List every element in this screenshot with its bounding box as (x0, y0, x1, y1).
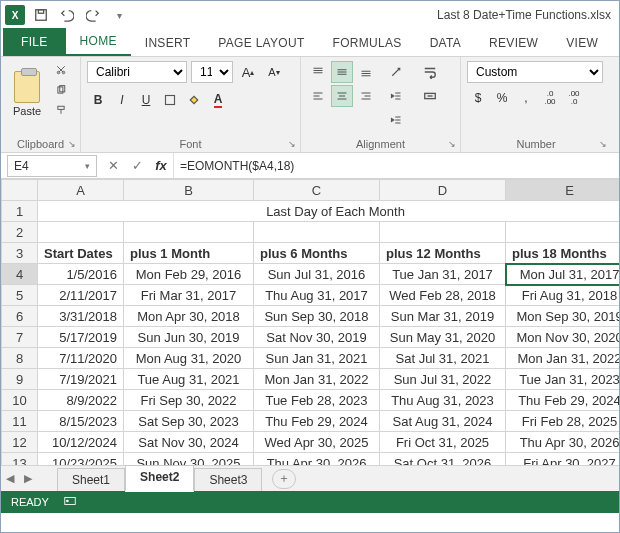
cell[interactable]: Thu Feb 29, 2024 (254, 411, 380, 432)
increase-indent-icon[interactable] (385, 109, 407, 131)
cell[interactable]: Thu Aug 31, 2017 (254, 285, 380, 306)
cell[interactable]: 7/11/2020 (38, 348, 124, 369)
percent-format-icon[interactable]: % (491, 87, 513, 109)
save-icon[interactable] (31, 5, 51, 25)
font-dialog-launcher-icon[interactable]: ↘ (288, 139, 296, 149)
align-center-icon[interactable] (331, 85, 353, 107)
redo-icon[interactable] (83, 5, 103, 25)
tab-data[interactable]: DATA (416, 30, 475, 56)
cell[interactable] (254, 222, 380, 243)
cell[interactable]: Mon Jan 31, 2022 (254, 369, 380, 390)
formula-input[interactable]: =EOMONTH($A4,18) (173, 153, 619, 178)
row-header[interactable]: 5 (2, 285, 38, 306)
cell[interactable]: 7/19/2021 (38, 369, 124, 390)
insert-function-icon[interactable]: fx (149, 158, 173, 173)
col-header-e[interactable]: E (506, 180, 620, 201)
grow-font-icon[interactable]: A▴ (237, 61, 259, 83)
comma-format-icon[interactable]: , (515, 87, 537, 109)
tab-view[interactable]: VIEW (552, 30, 612, 56)
cell[interactable]: Fri Feb 28, 2025 (506, 411, 620, 432)
cell[interactable]: Tue Aug 31, 2021 (124, 369, 254, 390)
cell[interactable]: Sun Jan 31, 2021 (254, 348, 380, 369)
row-header[interactable]: 10 (2, 390, 38, 411)
cell[interactable]: Mon Sep 30, 2019 (506, 306, 620, 327)
align-top-icon[interactable] (307, 61, 329, 83)
col-header-a[interactable]: A (38, 180, 124, 201)
cell[interactable] (38, 222, 124, 243)
number-dialog-launcher-icon[interactable]: ↘ (599, 139, 607, 149)
cell[interactable]: 8/15/2023 (38, 411, 124, 432)
cell[interactable]: 10/23/2025 (38, 453, 124, 466)
cell[interactable] (506, 222, 620, 243)
fill-color-icon[interactable] (183, 89, 205, 111)
cell[interactable] (380, 222, 506, 243)
tab-insert[interactable]: INSERT (131, 30, 205, 56)
cell[interactable]: Thu Feb 29, 2024 (506, 390, 620, 411)
cell[interactable]: Sun Sep 30, 2018 (254, 306, 380, 327)
decrease-indent-icon[interactable] (385, 85, 407, 107)
row-header[interactable]: 9 (2, 369, 38, 390)
row-header[interactable]: 8 (2, 348, 38, 369)
cell[interactable]: Fri Apr 30, 2027 (506, 453, 620, 466)
cell[interactable]: 5/17/2019 (38, 327, 124, 348)
shrink-font-icon[interactable]: A▾ (263, 61, 285, 83)
cell[interactable]: Mon Aug 31, 2020 (124, 348, 254, 369)
name-box[interactable]: E4 ▾ (7, 155, 97, 177)
accounting-format-icon[interactable]: $ (467, 87, 489, 109)
cell[interactable]: 10/12/2024 (38, 432, 124, 453)
border-icon[interactable] (159, 89, 181, 111)
font-color-icon[interactable]: A (207, 89, 229, 111)
increase-decimal-icon[interactable]: .0.00 (539, 87, 561, 109)
cell[interactable]: Sun Nov 30, 2025 (124, 453, 254, 466)
format-painter-icon[interactable] (51, 101, 71, 119)
tab-file[interactable]: FILE (3, 28, 66, 56)
cell[interactable]: Sat Sep 30, 2023 (124, 411, 254, 432)
row-header[interactable]: 6 (2, 306, 38, 327)
cell[interactable]: Fri Sep 30, 2022 (124, 390, 254, 411)
row-header[interactable]: 3 (2, 243, 38, 264)
cell[interactable]: Mon Nov 30, 2020 (506, 327, 620, 348)
wrap-text-icon[interactable] (417, 61, 443, 83)
cell[interactable]: 1/5/2016 (38, 264, 124, 285)
font-name-select[interactable]: Calibri (87, 61, 187, 83)
cell[interactable]: Sat Nov 30, 2024 (124, 432, 254, 453)
alignment-dialog-launcher-icon[interactable]: ↘ (448, 139, 456, 149)
cell[interactable]: Sat Jul 31, 2021 (380, 348, 506, 369)
cell[interactable]: Tue Jan 31, 2017 (380, 264, 506, 285)
merge-center-icon[interactable] (417, 85, 443, 107)
tab-formulas[interactable]: FORMULAS (319, 30, 416, 56)
row-header[interactable]: 1 (2, 201, 38, 222)
col-header-c[interactable]: C (254, 180, 380, 201)
row-header[interactable]: 7 (2, 327, 38, 348)
cell[interactable]: 8/9/2022 (38, 390, 124, 411)
cell[interactable]: Sun May 31, 2020 (380, 327, 506, 348)
paste-button[interactable]: Paste (7, 61, 47, 127)
font-size-select[interactable]: 11 (191, 61, 233, 83)
align-right-icon[interactable] (355, 85, 377, 107)
row-header[interactable]: 4 (2, 264, 38, 285)
cell[interactable]: Fri Mar 31, 2017 (124, 285, 254, 306)
header-cell[interactable]: plus 6 Months (254, 243, 380, 264)
cell[interactable]: Mon Feb 29, 2016 (124, 264, 254, 285)
cell[interactable]: Sun Jul 31, 2022 (380, 369, 506, 390)
select-all-corner[interactable] (2, 180, 38, 201)
align-middle-icon[interactable] (331, 61, 353, 83)
sheet-tab-sheet1[interactable]: Sheet1 (57, 468, 125, 491)
cell[interactable]: Thu Apr 30, 2026 (506, 432, 620, 453)
row-header[interactable]: 13 (2, 453, 38, 466)
align-bottom-icon[interactable] (355, 61, 377, 83)
cell[interactable]: Sat Nov 30, 2019 (254, 327, 380, 348)
cell[interactable]: Tue Jan 31, 2023 (506, 369, 620, 390)
cell[interactable]: Wed Apr 30, 2025 (254, 432, 380, 453)
tab-page-layout[interactable]: PAGE LAYOUT (204, 30, 318, 56)
cell[interactable]: Sat Aug 31, 2024 (380, 411, 506, 432)
number-format-select[interactable]: Custom (467, 61, 603, 83)
italic-button[interactable]: I (111, 89, 133, 111)
cell[interactable]: Sat Oct 31, 2026 (380, 453, 506, 466)
sheet-nav-next-icon[interactable]: ▶ (19, 472, 37, 485)
header-cell[interactable]: Start Dates (38, 243, 124, 264)
align-left-icon[interactable] (307, 85, 329, 107)
cell[interactable]: Wed Feb 28, 2018 (380, 285, 506, 306)
cell[interactable]: Sun Mar 31, 2019 (380, 306, 506, 327)
underline-button[interactable]: U (135, 89, 157, 111)
